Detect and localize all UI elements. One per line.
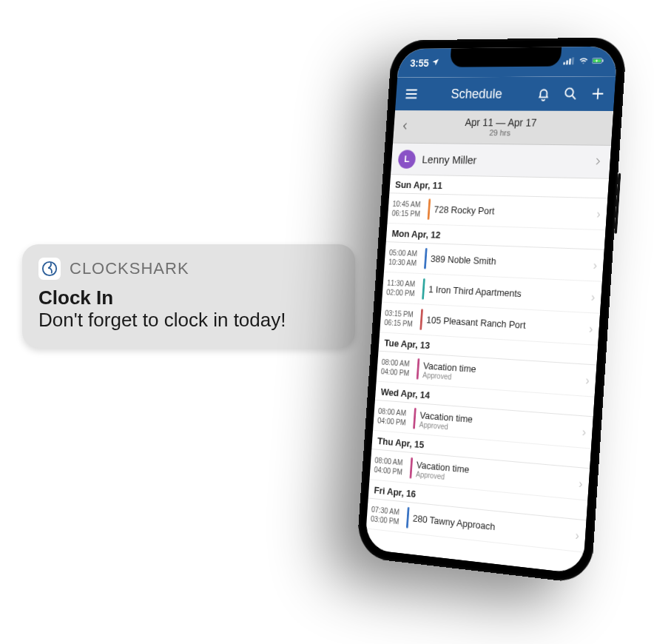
entry-title: 1 Iron Third Apartments (428, 284, 586, 302)
phone-mockup: 3:55 (357, 37, 627, 584)
bell-icon[interactable] (536, 86, 552, 102)
entry-times: 08:00 AM04:00 PM (370, 449, 411, 483)
user-selector[interactable]: L Lenny Miller (391, 144, 611, 179)
chevron-right-icon: › (582, 313, 600, 345)
nav-bar: Schedule (395, 76, 616, 111)
entry-times: 05:00 AM10:30 AM (384, 242, 425, 273)
svg-rect-6 (593, 59, 601, 63)
entry-times: 11:30 AM02:00 PM (382, 272, 422, 303)
notification-app-name: CLOCKSHARK (70, 259, 189, 278)
entry-times: 10:45 AM06:15 PM (388, 193, 428, 224)
entry-color-bar (419, 309, 423, 330)
date-range-label: Apr 11 — Apr 17 (417, 117, 589, 130)
entry-body: 728 Rocky Port (433, 195, 591, 229)
svg-rect-2 (566, 61, 568, 65)
entry-body: 280 Tawny Approach (412, 503, 570, 551)
entry-color-bar (428, 198, 431, 219)
search-icon[interactable] (562, 86, 579, 102)
push-notification[interactable]: CLOCKSHARK Clock In Don't forget to cloc… (22, 244, 355, 348)
entry-title: 389 Noble Smith (431, 253, 588, 270)
location-icon (431, 57, 440, 69)
signal-icon (563, 56, 575, 67)
entry-color-bar (417, 358, 420, 380)
chevron-right-icon: › (584, 281, 602, 313)
svg-rect-7 (602, 59, 603, 61)
entry-color-bar (422, 278, 425, 300)
schedule-list[interactable]: Sun Apr, 1110:45 AM06:15 PM728 Rocky Por… (365, 175, 609, 574)
total-hours-label: 29 hrs (416, 128, 587, 138)
entry-color-bar (409, 457, 413, 479)
wifi-icon (577, 56, 590, 67)
nav-title: Schedule (451, 86, 503, 101)
clockshark-logo-icon (38, 258, 61, 280)
chevron-right-icon: › (590, 198, 607, 229)
menu-icon[interactable] (404, 86, 419, 101)
user-name: Lenny Miller (422, 153, 586, 168)
chevron-right-icon: › (568, 519, 586, 551)
svg-point-8 (565, 88, 573, 96)
entry-title: 280 Tawny Approach (412, 513, 570, 540)
prev-week-button[interactable] (394, 118, 417, 135)
date-range-bar: Apr 11 — Apr 17 29 hrs › (393, 110, 613, 146)
phone-notch (450, 47, 562, 67)
entry-color-bar (413, 408, 417, 429)
svg-rect-3 (569, 58, 571, 64)
entry-title: 105 Pleasant Ranch Port (426, 315, 584, 335)
notification-title: Clock In (38, 287, 339, 309)
chevron-right-icon: › (586, 249, 604, 281)
entry-times: 03:15 PM06:15 PM (380, 303, 420, 335)
entry-times: 08:00 AM04:00 PM (377, 352, 417, 384)
entry-color-bar (424, 248, 428, 269)
chevron-right-icon: › (579, 364, 596, 396)
battery-icon (592, 56, 604, 67)
svg-rect-1 (563, 62, 565, 64)
svg-rect-4 (572, 58, 574, 65)
chevron-right-icon (592, 153, 603, 171)
entry-times: 07:30 AM03:00 PM (366, 498, 407, 532)
entry-times: 08:00 AM04:00 PM (373, 400, 414, 433)
statusbar-time: 3:55 (410, 57, 429, 69)
schedule-entry[interactable]: 07:30 AM03:00 PM280 Tawny Approach› (366, 498, 587, 552)
plus-icon[interactable] (590, 85, 607, 101)
avatar: L (398, 150, 417, 169)
chevron-right-icon: › (572, 467, 590, 500)
chevron-right-icon: › (575, 416, 593, 449)
notification-body: Don't forget to clock in today! (38, 309, 339, 332)
entry-title: 728 Rocky Port (434, 204, 591, 219)
svg-rect-5 (592, 58, 602, 64)
entry-color-bar (406, 507, 410, 529)
